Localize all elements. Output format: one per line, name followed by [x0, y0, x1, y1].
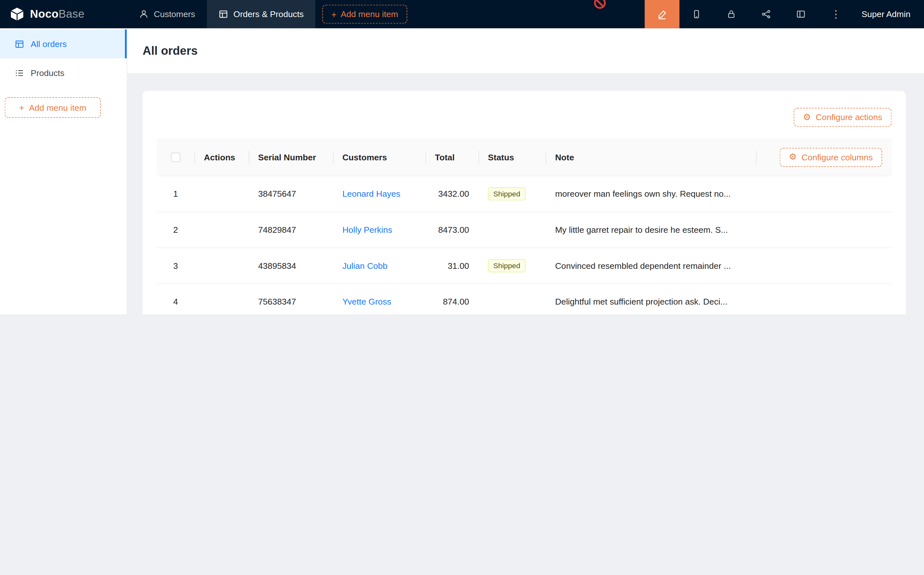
row-index: 3	[157, 261, 194, 270]
sidebar-item-label: Products	[30, 68, 64, 77]
customer-link[interactable]: Julian Cobb	[342, 261, 387, 270]
layout-button[interactable]	[784, 0, 818, 28]
status-tag: Shipped	[488, 187, 526, 200]
gear-icon: ⚙	[803, 113, 811, 122]
cell-serial-number: 75638347	[249, 297, 333, 307]
top-menu-item-orders-products[interactable]: Orders & Products	[207, 0, 316, 28]
sidebar-item-label: All orders	[30, 39, 67, 49]
customer-link[interactable]: Yvette Gross	[342, 297, 391, 307]
header-serial-number: Serial Number	[249, 138, 333, 175]
cell-note: Delightful met sufficient projection ask…	[546, 297, 756, 307]
nocobase-logo-icon	[10, 6, 25, 22]
cell-customer: Holly Perkins	[333, 225, 425, 234]
ui-editor-button[interactable]	[645, 0, 680, 28]
list-icon	[15, 68, 24, 77]
top-navbar: NocoBase Customers O	[0, 0, 924, 28]
api-button[interactable]	[749, 0, 784, 28]
lock-button[interactable]	[714, 0, 749, 28]
cell-total: 31.00	[425, 261, 479, 270]
cell-total: 3432.00	[425, 189, 479, 199]
top-menu-item-customers[interactable]: Customers	[127, 0, 207, 28]
sidebar: All orders Products + Add menu item	[0, 28, 127, 314]
header-note: Note	[546, 138, 756, 175]
top-menu-item-label: Customers	[154, 10, 195, 19]
table-row[interactable]: 4 75638347 Yvette Gross 874.00 Delightfu…	[157, 284, 891, 314]
mobile-icon	[692, 10, 702, 19]
header-total: Total	[425, 138, 479, 175]
logo-text: NocoBase	[30, 8, 84, 21]
api-icon	[762, 10, 771, 19]
status-tag: Shipped	[488, 259, 526, 272]
header-actions: Actions	[194, 138, 249, 175]
cell-total: 8473.00	[425, 225, 479, 234]
page-content: ⚙ Configure actions Actions Serial Numbe…	[127, 73, 924, 314]
row-index: 2	[157, 225, 194, 234]
user-menu[interactable]: Super Admin	[853, 0, 924, 28]
orders-icon	[15, 39, 24, 49]
page-header: All orders	[127, 28, 924, 73]
sidebar-add-menu-item-button[interactable]: + Add menu item	[5, 97, 101, 118]
top-menu: Customers Orders & Products	[127, 0, 316, 28]
main-area: All orders ⚙ Configure actions	[127, 28, 924, 314]
cell-customer: Leonard Hayes	[333, 189, 425, 199]
sidebar-item-products[interactable]: Products	[0, 58, 127, 87]
customer-link[interactable]: Leonard Hayes	[342, 189, 400, 199]
cell-serial-number: 38475647	[249, 189, 333, 199]
configure-columns-button[interactable]: ⚙ Configure columns	[780, 148, 882, 167]
cell-serial-number: 74829847	[249, 225, 333, 234]
mobile-button[interactable]	[680, 0, 714, 28]
header-status: Status	[478, 138, 546, 175]
table-icon	[219, 10, 228, 19]
table-row[interactable]: 3 43895834 Julian Cobb 31.00 Shipped Con…	[157, 248, 891, 284]
orders-table-block: ⚙ Configure actions Actions Serial Numbe…	[143, 91, 906, 314]
user-icon	[139, 10, 148, 19]
cell-note: Convinced resembled dependent remainder …	[546, 261, 756, 270]
main-layout: All orders Products + Add menu item	[0, 28, 924, 314]
gear-icon: ⚙	[789, 152, 797, 161]
row-index: 4	[157, 297, 194, 307]
cell-status: Shipped	[478, 259, 546, 272]
more-button[interactable]: ⋮	[818, 0, 853, 28]
table-row[interactable]: 1 38475647 Leonard Hayes 3432.00 Shipped…	[157, 176, 891, 212]
cell-note: My little garret repair to desire he est…	[546, 225, 756, 234]
header-select	[157, 138, 194, 175]
more-icon: ⋮	[830, 9, 841, 19]
configure-actions-button[interactable]: ⚙ Configure actions	[794, 108, 891, 127]
select-all-checkbox[interactable]	[171, 152, 180, 162]
highlighter-icon	[657, 9, 667, 19]
cell-total: 874.00	[425, 297, 479, 307]
navbar-add-menu-item-button[interactable]: + Add menu item	[322, 5, 407, 24]
cell-serial-number: 43895834	[249, 261, 333, 270]
header-configure-columns: ⚙ Configure columns	[756, 138, 891, 175]
cell-customer: Julian Cobb	[333, 261, 425, 270]
table-toolbar: ⚙ Configure actions	[157, 105, 891, 138]
header-customers: Customers	[333, 138, 425, 175]
cell-customer: Yvette Gross	[333, 297, 425, 307]
top-menu-item-label: Orders & Products	[233, 10, 303, 19]
row-index: 1	[157, 189, 194, 199]
navbar-actions: ⋮ Super Admin	[645, 0, 924, 28]
nocobase-logo[interactable]: NocoBase	[0, 0, 127, 28]
plus-icon: +	[331, 10, 337, 18]
page-title: All orders	[143, 44, 198, 57]
cell-status: Shipped	[478, 187, 546, 200]
table-header-row: Actions Serial Number Customers Total St…	[157, 138, 891, 176]
plus-icon: +	[19, 103, 24, 112]
cell-note: moreover man feelings own shy. Request n…	[546, 189, 756, 199]
customer-link[interactable]: Holly Perkins	[342, 225, 392, 234]
layout-icon	[797, 10, 806, 19]
app-root: NocoBase Customers O	[0, 0, 924, 314]
table-row[interactable]: 2 74829847 Holly Perkins 8473.00 My litt…	[157, 212, 891, 248]
lock-icon	[727, 10, 736, 19]
sidebar-item-all-orders[interactable]: All orders	[0, 30, 127, 59]
blocked-cursor-icon	[594, 0, 606, 9]
